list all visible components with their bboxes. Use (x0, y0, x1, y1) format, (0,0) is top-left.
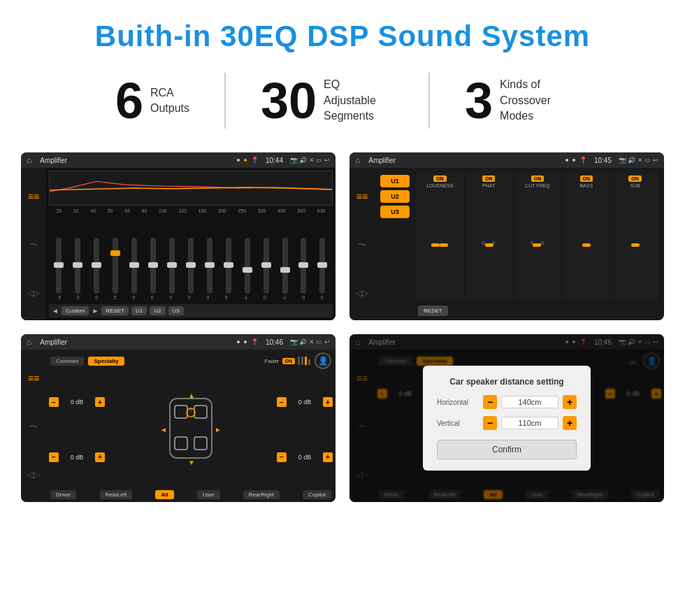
stats-row: 6 RCA Outputs 30 EQ Adjustable Segments … (0, 66, 685, 145)
u3-button[interactable]: U3 (380, 206, 410, 218)
fader-bars (298, 357, 310, 365)
home-icon-2[interactable]: ⌂ (355, 155, 360, 165)
eq-slider-8[interactable] (207, 238, 212, 294)
speaker-bottom-bar: Driver RearLeft All User RearRight Copil… (46, 487, 336, 502)
eq-slider-10[interactable] (245, 238, 250, 294)
driver-btn[interactable]: Driver (50, 490, 76, 499)
eq-slider-14[interactable] (319, 238, 325, 294)
horizontal-minus[interactable]: − (483, 395, 497, 409)
db-minus-fr[interactable]: − (277, 397, 287, 407)
eq-icon[interactable]: ≡≡ (28, 191, 39, 202)
eq-slider-0[interactable] (56, 238, 62, 294)
speaker-icon-2[interactable]: ◁▷ (356, 288, 368, 298)
db-value-fl: 0 dB (61, 399, 93, 406)
screen-sidebar-2: ≡≡ 〜 ◁▷ (349, 168, 375, 320)
copilot-btn[interactable]: Copilot (303, 490, 331, 499)
speaker-icon-3[interactable]: ◁▷ (27, 470, 40, 480)
wave-icon-3[interactable]: 〜 (29, 421, 38, 433)
wave-icon-2[interactable]: 〜 (358, 239, 366, 251)
eq-slider-11[interactable] (264, 238, 269, 294)
status-bar-2: ⌂ Amplifier 📍 10:45 📷 🔊 ✕ ▭ ↩ (349, 152, 664, 168)
db-plus-rl[interactable]: + (95, 452, 105, 462)
stat-crossover: 3 Kinds of Crossover Modes (430, 76, 605, 126)
svg-rect-2 (175, 406, 187, 418)
sub-on[interactable]: ON (628, 176, 642, 182)
eq-bottom-bar: ◄ Custom ► RESET U1 U2 U3 (49, 304, 333, 317)
eq-slider-12[interactable] (282, 238, 288, 294)
eq-slider-2[interactable] (94, 238, 99, 294)
db-plus-fr[interactable]: + (323, 397, 333, 407)
eq-slider-4[interactable] (131, 238, 137, 294)
stat-rca: 6 RCA Outputs (80, 76, 224, 126)
speaker-main-area: − 0 dB + − 0 dB + (46, 372, 336, 487)
eq-slider-7[interactable] (188, 238, 194, 294)
eq-slider-5[interactable] (150, 238, 156, 294)
eq-icon-2[interactable]: ≡≡ (356, 191, 368, 202)
vertical-plus[interactable]: + (563, 416, 577, 430)
loudness-label: LOUDNESS (426, 183, 454, 188)
rec-dot-3 (237, 341, 240, 343)
all-btn[interactable]: All (155, 490, 173, 499)
home-icon[interactable]: ⌂ (27, 155, 31, 165)
reset-area: RESET (415, 301, 661, 317)
horizontal-plus[interactable]: + (563, 395, 577, 409)
eq-slider-1[interactable] (75, 238, 80, 294)
eq-slider-3[interactable] (113, 238, 118, 294)
phat-module: ON PHAT G F (466, 173, 512, 299)
specialty-tab[interactable]: Specialty (88, 357, 124, 366)
status-title-2: Amplifier (368, 157, 396, 164)
cutfreq-on[interactable]: ON (531, 176, 545, 182)
u2-button[interactable]: U2 (380, 190, 410, 203)
status-bar-3: ⌂ Amplifier 📍 10:46 📷 🔊 ✕ ▭ ↩ (21, 334, 336, 350)
db-minus-rr[interactable]: − (277, 452, 287, 462)
u1-button[interactable]: U1 (380, 175, 410, 187)
cutfreq-label: CUT FREQ (525, 183, 550, 188)
wave-icon[interactable]: 〜 (29, 239, 38, 251)
reset-btn[interactable]: RESET (101, 306, 129, 315)
eq-slider-9[interactable] (226, 238, 231, 294)
status-title-1: Amplifier (40, 157, 67, 164)
db-minus-rl[interactable]: − (49, 452, 59, 462)
person-icon: 👤 (318, 356, 329, 366)
home-icon-3[interactable]: ⌂ (27, 337, 31, 347)
u3-btn[interactable]: U3 (168, 306, 184, 315)
phat-on[interactable]: ON (482, 176, 496, 182)
stat-number-crossover: 3 (465, 76, 493, 126)
horizontal-row: Horizontal − 140cm + (437, 395, 577, 409)
eq-slider-6[interactable] (169, 238, 175, 294)
eq-slider-13[interactable] (301, 238, 306, 294)
loudness-on[interactable]: ON (433, 176, 447, 182)
eq-icon-3[interactable]: ≡≡ (28, 373, 39, 384)
prev-icon[interactable]: ◄ (52, 307, 59, 315)
loudness-module: ON LOUDNESS (417, 173, 463, 299)
db-plus-fl[interactable]: + (95, 397, 105, 407)
confirm-button[interactable]: Confirm (437, 440, 577, 459)
common-tab[interactable]: Common (50, 357, 84, 366)
speaker-icon[interactable]: ◁▷ (27, 288, 40, 298)
db-minus-fl[interactable]: − (49, 397, 59, 407)
distance-overlay: Car speaker distance setting Horizontal … (349, 334, 664, 502)
status-time-2: 10:45 (594, 157, 612, 164)
u1-btn[interactable]: U1 (131, 306, 147, 315)
db-control-fr: − 0 dB + (277, 397, 333, 407)
vertical-minus[interactable]: − (483, 416, 497, 430)
left-db-panel: − 0 dB + − 0 dB + (49, 375, 105, 485)
status-bar-1: ⌂ Amplifier 📍 10:44 📷 🔊 ✕ ▭ ↩ (21, 152, 336, 168)
custom-btn[interactable]: Custom (62, 306, 89, 315)
svg-text:▲: ▲ (188, 392, 195, 399)
user-btn[interactable]: User (197, 490, 220, 499)
rearleft-btn[interactable]: RearLeft (100, 490, 133, 499)
amp-reset-btn[interactable]: RESET (418, 306, 448, 316)
screen-speaker: ⌂ Amplifier 📍 10:46 📷 🔊 ✕ ▭ ↩ ≡≡ 〜 ◁▷ Co… (21, 334, 336, 502)
fader-on[interactable]: ON (282, 358, 296, 364)
db-plus-rr[interactable]: + (323, 452, 333, 462)
next-icon[interactable]: ► (92, 307, 99, 315)
fader-label: Fader (265, 358, 280, 364)
rearright-btn[interactable]: RearRight (243, 490, 280, 499)
screen-distance: ⌂ Amplifier 📍 10:46 📷 🔊 ✕ ▭ ↩ ≡≡ 〜 ◁▷ Co… (349, 334, 664, 502)
settings-icon[interactable]: 👤 (315, 352, 331, 369)
u2-btn[interactable]: U2 (150, 306, 165, 315)
stat-number-rca: 6 (115, 76, 143, 126)
bass-on[interactable]: ON (580, 176, 593, 182)
bass-label: BASS (579, 183, 593, 188)
